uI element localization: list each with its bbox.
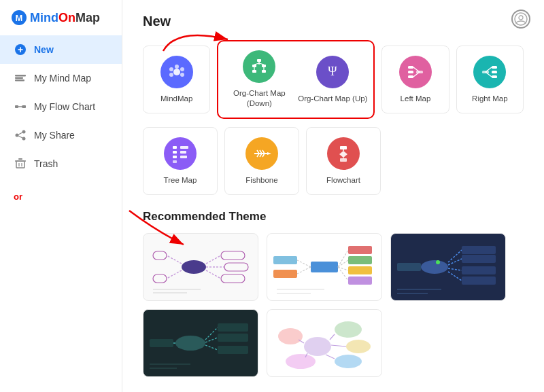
sidebar-item-my-flow-chart[interactable]: My Flow Chart	[0, 92, 122, 121]
svg-point-26	[180, 73, 184, 77]
theme-card-3[interactable]	[390, 233, 506, 301]
logo: M MindOnMap	[0, 0, 122, 35]
svg-rect-121	[218, 323, 248, 332]
sidebar-item-new[interactable]: + New	[0, 35, 122, 64]
theme-section-title: Recommended Theme	[143, 210, 524, 224]
theme-2-preview	[270, 236, 379, 298]
new-section-title: New	[143, 14, 524, 29]
theme-card-4[interactable]	[143, 309, 258, 377]
svg-line-37	[259, 63, 264, 65]
svg-point-136	[286, 354, 316, 369]
map-row-1: MindMap	[143, 40, 524, 119]
trash-label: Trash	[34, 158, 58, 169]
theme-5-preview	[270, 313, 379, 374]
mindmap-card[interactable]: MindMap	[143, 46, 210, 113]
org-chart-down-card[interactable]: Org-Chart Map (Down)	[222, 46, 296, 113]
profile-icon[interactable]	[511, 10, 530, 29]
tree-map-card[interactable]: Tree Map	[143, 127, 218, 195]
svg-rect-58	[180, 151, 186, 154]
fishbone-label: Fishbone	[245, 175, 277, 185]
svg-rect-70	[340, 158, 347, 162]
flowchart-label: Flowchart	[326, 175, 360, 185]
svg-rect-125	[218, 346, 248, 354]
svg-rect-7	[15, 105, 18, 108]
svg-point-132	[278, 328, 303, 344]
theme-card-5[interactable]	[267, 309, 382, 377]
svg-point-133	[335, 321, 362, 338]
fishbone-icon	[245, 137, 278, 170]
my-share-label: My Share	[34, 130, 75, 141]
svg-rect-108	[462, 255, 496, 263]
svg-rect-90	[348, 246, 372, 254]
svg-rect-112	[462, 277, 496, 285]
sidebar-item-trash[interactable]: Trash	[0, 149, 122, 178]
svg-rect-43	[408, 75, 413, 78]
svg-rect-47	[492, 66, 497, 69]
svg-point-131	[304, 337, 331, 356]
left-map-card[interactable]: Left Map	[381, 46, 449, 113]
org-chart-down-label: Org-Chart Map (Down)	[233, 88, 286, 109]
svg-point-11	[22, 130, 26, 134]
svg-rect-4	[15, 75, 26, 77]
svg-point-22	[519, 16, 523, 20]
tree-map-label: Tree Map	[164, 175, 197, 185]
svg-line-15	[18, 136, 22, 138]
svg-rect-98	[273, 256, 297, 264]
svg-marker-69	[339, 151, 347, 158]
new-icon: +	[14, 43, 27, 56]
svg-rect-68	[340, 146, 347, 149]
right-map-label: Right Map	[472, 94, 507, 104]
svg-rect-100	[273, 270, 297, 278]
or-label: or	[0, 185, 122, 209]
svg-rect-31	[252, 65, 256, 67]
svg-point-134	[346, 340, 371, 353]
svg-rect-123	[218, 334, 248, 342]
svg-rect-94	[348, 266, 372, 274]
logo-icon: M	[11, 10, 27, 26]
left-map-label: Left Map	[401, 94, 431, 104]
svg-marker-67	[267, 152, 271, 155]
svg-rect-16	[16, 161, 24, 168]
svg-rect-88	[311, 262, 338, 272]
svg-rect-33	[252, 70, 256, 73]
svg-rect-54	[173, 151, 177, 154]
svg-rect-92	[348, 256, 372, 264]
theme-3-preview	[394, 236, 503, 298]
org-chart-up-card[interactable]: Ψ Org-Chart Map (Up)	[296, 46, 369, 113]
svg-point-24	[175, 65, 179, 69]
my-mind-map-label: My Mind Map	[34, 73, 91, 84]
flowchart-icon	[327, 137, 360, 170]
right-map-card[interactable]: Right Map	[456, 46, 524, 113]
theme-card-1[interactable]	[143, 233, 258, 301]
my-mind-map-icon	[14, 71, 27, 85]
svg-point-25	[180, 67, 184, 71]
svg-text:M: M	[16, 13, 23, 23]
svg-rect-6	[15, 79, 24, 82]
right-map-icon	[473, 56, 506, 88]
logo-text: MindOnMap	[30, 11, 100, 25]
svg-point-27	[169, 67, 173, 71]
new-label: New	[34, 44, 54, 55]
sidebar-item-my-mind-map[interactable]: My Mind Map	[0, 64, 122, 92]
svg-text:+: +	[18, 44, 23, 55]
svg-point-13	[22, 137, 26, 141]
svg-point-119	[175, 336, 205, 351]
theme-card-2[interactable]	[267, 233, 382, 301]
highlight-group: Org-Chart Map (Down) Ψ Org-Chart Map (Up…	[217, 40, 375, 119]
svg-line-36	[254, 63, 259, 65]
svg-rect-41	[408, 66, 413, 69]
org-chart-down-icon	[243, 50, 275, 83]
svg-rect-42	[408, 71, 413, 73]
flowchart-card[interactable]: Flowchart	[306, 127, 381, 195]
sidebar-item-my-share[interactable]: My Share	[0, 121, 122, 149]
theme-grid	[143, 233, 524, 377]
theme-4-preview	[146, 313, 255, 374]
svg-point-23	[173, 69, 180, 75]
mindmap-icon	[160, 56, 193, 88]
main-content: New MindMap	[122, 0, 544, 392]
svg-point-104	[421, 260, 448, 274]
svg-rect-55	[173, 156, 177, 158]
fishbone-card[interactable]: Fishbone	[224, 127, 299, 195]
theme-1-preview	[146, 236, 255, 298]
svg-point-115	[436, 260, 440, 264]
